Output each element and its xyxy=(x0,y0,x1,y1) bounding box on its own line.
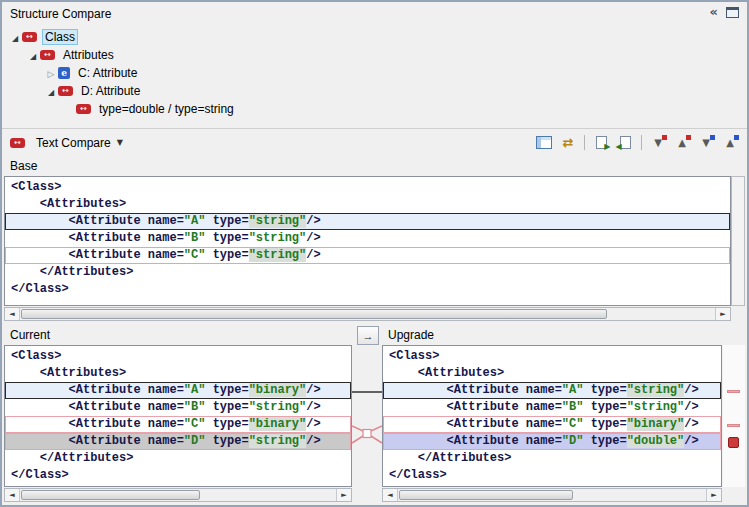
code-text: <Attribute name= xyxy=(389,400,562,414)
next-change-icon-glyph xyxy=(699,137,713,148)
upgrade-pane-title: Upgrade xyxy=(388,328,434,342)
code-text: </Attributes> xyxy=(11,265,133,279)
conflict-change-icon xyxy=(40,50,55,60)
ancestor-pane-icon[interactable] xyxy=(533,132,555,152)
base-vertical-scrollbar[interactable] xyxy=(731,176,745,306)
code-text: <Attribute name= xyxy=(11,434,184,448)
direction-arrow-icon[interactable] xyxy=(357,326,379,345)
code-text: "A" xyxy=(562,383,584,397)
tree-item[interactable]: Attributes xyxy=(2,46,747,64)
previous-change-icon[interactable] xyxy=(719,132,741,152)
current-horizontal-scrollbar[interactable] xyxy=(4,488,352,502)
scrollbar-thumb[interactable] xyxy=(399,490,573,500)
code-text: "C" xyxy=(184,248,206,262)
connector-strip xyxy=(352,345,382,487)
overview-ruler[interactable] xyxy=(723,345,745,487)
code-text: <Attribute name= xyxy=(11,214,184,228)
upgrade-editor[interactable]: <Class> <Attributes> <Attribute name="A"… xyxy=(382,345,722,487)
tree-item[interactable]: type=double / type=string xyxy=(2,100,747,118)
code-text: "B" xyxy=(184,231,206,245)
code-text: type= xyxy=(583,400,626,414)
code-text: <Attribute name= xyxy=(11,383,184,397)
code-line: <Attribute name="A" type="string"/> xyxy=(5,213,730,230)
base-horizontal-scrollbar[interactable] xyxy=(4,307,731,321)
conflict-change-icon xyxy=(58,86,73,96)
element-icon xyxy=(58,67,70,79)
code-line: <Attribute name="D" type="double"/> xyxy=(383,433,721,450)
copy-left-to-right-icon[interactable] xyxy=(590,132,612,152)
next-change-icon[interactable] xyxy=(695,132,717,152)
swap-view-icon[interactable] xyxy=(557,132,579,152)
merge-handle[interactable] xyxy=(363,430,371,438)
code-text: <Attributes> xyxy=(389,366,504,380)
chevron-down-icon[interactable] xyxy=(117,138,123,147)
code-text: <Class> xyxy=(11,349,61,363)
previous-difference-icon[interactable] xyxy=(671,132,693,152)
toolbar-separator xyxy=(584,135,585,150)
code-text: </Attributes> xyxy=(389,451,511,465)
next-difference-icon[interactable] xyxy=(647,132,669,152)
expander-icon[interactable] xyxy=(26,48,40,62)
scrollbar-track[interactable] xyxy=(398,489,706,501)
expander-icon[interactable] xyxy=(44,66,58,80)
scroll-right-icon[interactable] xyxy=(706,489,721,501)
scrollbar-thumb[interactable] xyxy=(21,490,200,500)
scrollbar-track[interactable] xyxy=(20,489,336,501)
code-text: "A" xyxy=(184,383,206,397)
code-text: type= xyxy=(205,383,248,397)
scroll-left-icon[interactable] xyxy=(5,308,20,320)
code-text: <Attribute name= xyxy=(11,417,184,431)
code-line: <Attributes> xyxy=(5,365,351,382)
scroll-left-icon[interactable] xyxy=(5,489,20,501)
tree-item[interactable]: C: Attribute xyxy=(2,64,747,82)
expander-icon[interactable] xyxy=(44,84,58,98)
code-line: </Class> xyxy=(5,467,351,484)
text-compare-title: Text Compare xyxy=(36,136,111,150)
code-line: <Attribute name="C" type="string"/> xyxy=(5,247,730,264)
code-text: "D" xyxy=(184,434,206,448)
code-text: type= xyxy=(205,417,248,431)
upgrade-horizontal-scrollbar[interactable] xyxy=(382,488,722,502)
code-text: "D" xyxy=(562,434,584,448)
code-text: type= xyxy=(205,248,248,262)
changed-token: "double" xyxy=(627,434,685,448)
code-text: type= xyxy=(205,214,248,228)
code-line: <Class> xyxy=(5,179,730,196)
compare-editor-window: Structure Compare ClassAttributesC: Attr… xyxy=(0,0,749,507)
code-text: </Attributes> xyxy=(11,451,133,465)
code-text: <Attribute name= xyxy=(389,383,562,397)
code-line: <Attribute name="B" type="string"/> xyxy=(383,399,721,416)
structure-compare-header: Structure Compare xyxy=(2,2,747,26)
code-line: <Attribute name="A" type="string"/> xyxy=(383,382,721,399)
code-line: </Class> xyxy=(383,467,721,484)
code-line: <Class> xyxy=(5,348,351,365)
diff-mark-conflict[interactable] xyxy=(727,424,740,427)
code-line: </Class> xyxy=(5,281,730,298)
code-text: type= xyxy=(205,231,248,245)
restore-pane-icon[interactable] xyxy=(726,7,739,18)
copy-right-to-left-icon[interactable] xyxy=(614,132,636,152)
expander-icon[interactable] xyxy=(8,30,22,44)
diff-mark-selected[interactable] xyxy=(728,437,739,448)
conflict-change-icon xyxy=(76,104,91,114)
code-text: <Attributes> xyxy=(11,366,126,380)
scroll-right-icon[interactable] xyxy=(336,489,351,501)
scrollbar-track[interactable] xyxy=(20,308,715,320)
base-editor[interactable]: <Class> <Attributes> <Attribute name="A"… xyxy=(4,176,731,306)
previous-change-icon-glyph xyxy=(723,137,737,148)
code-text: /> xyxy=(684,383,698,397)
diff-mark-incoming[interactable] xyxy=(727,390,740,393)
text-compare-toolbar xyxy=(533,131,741,153)
scrollbar-thumb[interactable] xyxy=(21,309,607,319)
code-text: /> xyxy=(306,400,320,414)
scroll-left-icon[interactable] xyxy=(383,489,398,501)
current-editor[interactable]: <Class> <Attributes> <Attribute name="A"… xyxy=(4,345,352,487)
scroll-right-icon[interactable] xyxy=(715,308,730,320)
code-text: "B" xyxy=(562,400,584,414)
current-pane-title: Current xyxy=(10,328,50,342)
tree-item[interactable]: Class xyxy=(2,28,747,46)
code-text: <Class> xyxy=(389,349,439,363)
tree-item[interactable]: D: Attribute xyxy=(2,82,747,100)
code-text: "string" xyxy=(249,400,307,414)
collapse-pane-icon[interactable] xyxy=(710,5,718,19)
